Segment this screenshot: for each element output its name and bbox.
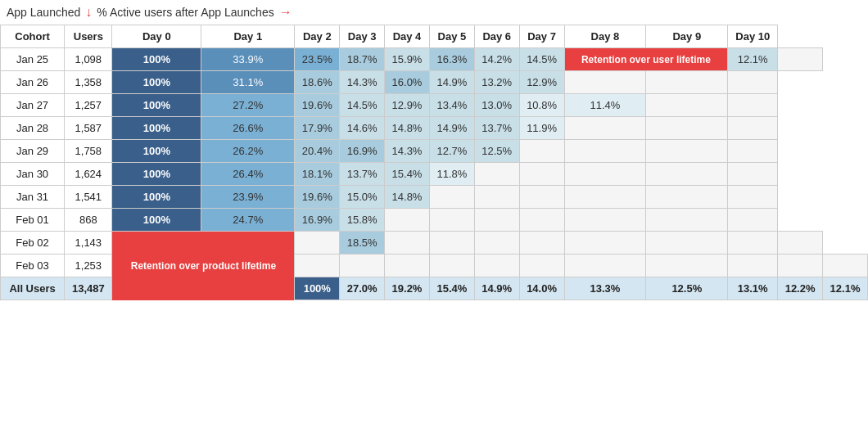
day-cell: 15.9%: [385, 48, 430, 71]
day-cell: 33.9%: [201, 48, 295, 71]
all-users-day-cell: 12.1%: [823, 277, 868, 300]
cohort-cell: Jan 31: [1, 186, 65, 209]
all-users-day-cell: 12.2%: [778, 277, 823, 300]
day-cell: [564, 209, 646, 232]
day-cell: 12.9%: [385, 94, 430, 117]
day-cell: 14.5%: [340, 94, 385, 117]
day-cell: [564, 117, 646, 140]
day-cell: [295, 255, 340, 277]
day-cell: 12.9%: [519, 71, 564, 94]
users-cell: 1,758: [65, 140, 112, 163]
day-cell: 31.1%: [201, 71, 295, 94]
day-cell: [385, 255, 430, 277]
col-header-day10: Day 10: [728, 25, 778, 48]
cohort-cell: Jan 25: [1, 48, 65, 71]
day-cell: 100%: [112, 163, 201, 186]
day-cell: 14.9%: [429, 117, 474, 140]
day-cell: [728, 94, 778, 117]
day-cell: [646, 232, 728, 255]
day-cell: 14.9%: [429, 71, 474, 94]
day-cell: [564, 232, 646, 255]
day-cell: 26.2%: [201, 140, 295, 163]
day-cell: 100%: [112, 48, 201, 71]
users-cell: 868: [65, 209, 112, 232]
day-cell: 100%: [112, 71, 201, 94]
table-row: Jan 281,587100%26.6%17.9%14.6%14.8%14.9%…: [1, 117, 868, 140]
day-cell: [728, 209, 778, 232]
day-cell: 19.6%: [295, 186, 340, 209]
cohort-cell: Feb 01: [1, 209, 65, 232]
day-cell: [474, 232, 519, 255]
day-cell: 100%: [112, 186, 201, 209]
day-cell: 100%: [112, 94, 201, 117]
day-cell: 18.1%: [295, 163, 340, 186]
day-cell: [474, 163, 519, 186]
day-cell: 18.5%: [340, 232, 385, 255]
day-cell: 10.8%: [519, 94, 564, 117]
day-cell: 16.0%: [385, 71, 430, 94]
day-cell: 23.5%: [295, 48, 340, 71]
all-users-day-cell: 14.9%: [474, 277, 519, 300]
day-cell: [429, 232, 474, 255]
users-cell: 1,587: [65, 117, 112, 140]
day-cell: 26.4%: [201, 163, 295, 186]
table-row: Jan 271,257100%27.2%19.6%14.5%12.9%13.4%…: [1, 94, 868, 117]
users-cell: 1,358: [65, 71, 112, 94]
day-cell: [728, 140, 778, 163]
day-cell: [646, 117, 728, 140]
cohort-cell: Jan 30: [1, 163, 65, 186]
all-users-cohort: All Users: [1, 277, 65, 300]
day-cell: [646, 71, 728, 94]
day-cell: [646, 255, 728, 277]
table-row: Feb 021,143Retention over product lifeti…: [1, 232, 868, 255]
day-cell: 23.9%: [201, 186, 295, 209]
day-cell: [728, 232, 778, 255]
day-cell: 26.6%: [201, 117, 295, 140]
day-cell: 17.9%: [295, 117, 340, 140]
col-header-users: Users: [65, 25, 112, 48]
day-cell: [728, 71, 778, 94]
day-cell: 13.2%: [474, 71, 519, 94]
day-cell: [385, 209, 430, 232]
all-users-day-cell: 12.5%: [646, 277, 728, 300]
arrow-down-icon: ↓: [85, 5, 92, 20]
cohort-cell: Jan 27: [1, 94, 65, 117]
day-cell: [646, 186, 728, 209]
col-header-day8: Day 8: [564, 25, 646, 48]
table-row: Jan 311,541100%23.9%19.6%15.0%14.8%: [1, 186, 868, 209]
day-cell: [519, 140, 564, 163]
day-cell: [519, 255, 564, 277]
col-header-day3: Day 3: [340, 25, 385, 48]
day-cell: 14.8%: [385, 186, 430, 209]
col-header-day0: Day 0: [112, 25, 201, 48]
arrow-right-icon: →: [279, 5, 292, 20]
users-cell: 1,143: [65, 232, 112, 255]
day-cell: 15.4%: [385, 163, 430, 186]
all-users-day-cell: 19.2%: [385, 277, 430, 300]
table-row: Jan 251,098100%33.9%23.5%18.7%15.9%16.3%…: [1, 48, 868, 71]
day-cell: [474, 255, 519, 277]
cohort-cell: Jan 29: [1, 140, 65, 163]
day-cell: [646, 163, 728, 186]
day-cell: [429, 209, 474, 232]
day-cell: [429, 255, 474, 277]
cohort-cell: Feb 02: [1, 232, 65, 255]
day-cell: 15.8%: [340, 209, 385, 232]
day-cell: [728, 255, 778, 277]
day-cell: [340, 255, 385, 277]
day-cell: 13.7%: [474, 117, 519, 140]
day-cell: 13.0%: [474, 94, 519, 117]
users-cell: 1,253: [65, 255, 112, 277]
day-cell: 13.4%: [429, 94, 474, 117]
day-cell: 14.5%: [519, 48, 564, 71]
day-cell: [564, 186, 646, 209]
day-cell: [474, 209, 519, 232]
day-cell: 14.6%: [340, 117, 385, 140]
day-cell: 24.7%: [201, 209, 295, 232]
day-cell: 14.2%: [474, 48, 519, 71]
all-users-day-cell: 13.3%: [564, 277, 646, 300]
users-cell: 1,624: [65, 163, 112, 186]
table-row: Jan 291,758100%26.2%20.4%16.9%14.3%12.7%…: [1, 140, 868, 163]
day-cell: [429, 186, 474, 209]
day-cell: 14.8%: [385, 117, 430, 140]
